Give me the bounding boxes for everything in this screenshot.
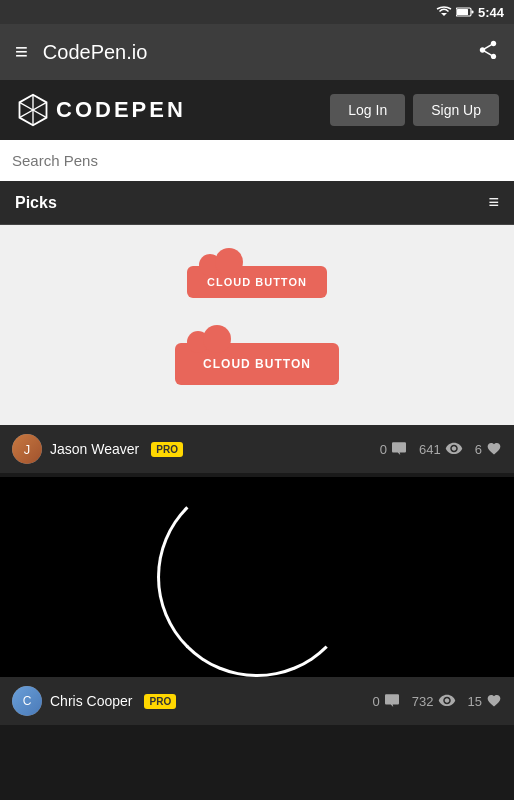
pen-footer-1: J Jason Weaver PRO 0 641 <box>0 425 514 473</box>
auth-buttons: Log In Sign Up <box>330 94 499 126</box>
share-icon[interactable] <box>477 39 499 66</box>
pen-stats-2: 0 732 15 <box>373 693 502 710</box>
likes-count-2: 15 <box>468 694 482 709</box>
svg-line-7 <box>33 102 47 110</box>
hamburger-icon[interactable]: ≡ <box>15 39 28 65</box>
stat-comments-2: 0 <box>373 693 400 710</box>
comments-count-1: 0 <box>380 442 387 457</box>
views-count-1: 641 <box>419 442 441 457</box>
section-menu-icon[interactable]: ≡ <box>488 192 499 213</box>
heart-icon-1 <box>486 441 502 458</box>
pro-badge-2: PRO <box>144 694 176 709</box>
logo-text: CODEPEN <box>56 97 186 123</box>
pen-card-1: CLOUD BUTTON CLOUD BUTTON J Jason Weaver… <box>0 225 514 473</box>
logo-bar: CODEPEN Log In Sign Up <box>0 80 514 140</box>
avatar-image-2: C <box>12 686 42 716</box>
section-header: Picks ≡ <box>0 181 514 225</box>
stat-likes-2: 15 <box>468 693 502 710</box>
toolbar-left: ≡ CodePen.io <box>15 39 147 65</box>
svg-rect-2 <box>457 9 468 15</box>
heart-icon-2 <box>486 693 502 710</box>
svg-line-6 <box>20 102 34 110</box>
pro-badge-1: PRO <box>151 442 183 457</box>
author-name-2: Chris Cooper <box>50 693 132 709</box>
svg-rect-3 <box>471 11 473 14</box>
pen-preview-2[interactable] <box>0 477 514 677</box>
cloud-button-2[interactable]: CLOUD BUTTON <box>175 343 339 385</box>
pen-stats-1: 0 641 6 <box>380 441 502 458</box>
stat-comments-1: 0 <box>380 441 407 458</box>
stat-views-2: 732 <box>412 694 456 709</box>
signup-button[interactable]: Sign Up <box>413 94 499 126</box>
stat-views-1: 641 <box>419 442 463 457</box>
pen-author-1: J Jason Weaver PRO <box>12 434 183 464</box>
pen-footer-2: C Chris Cooper PRO 0 732 <box>0 677 514 725</box>
codepen-logo: CODEPEN <box>15 92 186 128</box>
svg-line-10 <box>33 110 47 118</box>
status-icons: 5:44 <box>436 5 504 20</box>
section-title: Picks <box>15 194 57 212</box>
pen-author-2: C Chris Cooper PRO <box>12 686 176 716</box>
pen-card-2: C Chris Cooper PRO 0 732 <box>0 477 514 725</box>
author-avatar-1: J <box>12 434 42 464</box>
app-toolbar: ≡ CodePen.io <box>0 24 514 80</box>
avatar-image-1: J <box>12 434 42 464</box>
app-title: CodePen.io <box>43 41 148 64</box>
wifi-icon <box>436 6 452 18</box>
stat-likes-1: 6 <box>475 441 502 458</box>
battery-icon <box>456 7 474 17</box>
search-input[interactable] <box>12 148 502 173</box>
eye-icon-2 <box>438 694 456 709</box>
eye-icon-1 <box>445 442 463 457</box>
pen-preview-1[interactable]: CLOUD BUTTON CLOUD BUTTON <box>0 225 514 425</box>
search-bar <box>0 140 514 181</box>
svg-marker-0 <box>441 13 447 16</box>
cloud-button-1[interactable]: CLOUD BUTTON <box>187 266 327 298</box>
status-bar: 5:44 <box>0 0 514 24</box>
comment-icon-1 <box>391 441 407 458</box>
views-count-2: 732 <box>412 694 434 709</box>
comments-count-2: 0 <box>373 694 380 709</box>
circle-graphic <box>157 477 357 677</box>
likes-count-1: 6 <box>475 442 482 457</box>
comment-icon-2 <box>384 693 400 710</box>
codepen-hex-icon <box>15 92 51 128</box>
status-time: 5:44 <box>478 5 504 20</box>
author-avatar-2: C <box>12 686 42 716</box>
svg-line-9 <box>20 110 34 118</box>
author-name-1: Jason Weaver <box>50 441 139 457</box>
login-button[interactable]: Log In <box>330 94 405 126</box>
